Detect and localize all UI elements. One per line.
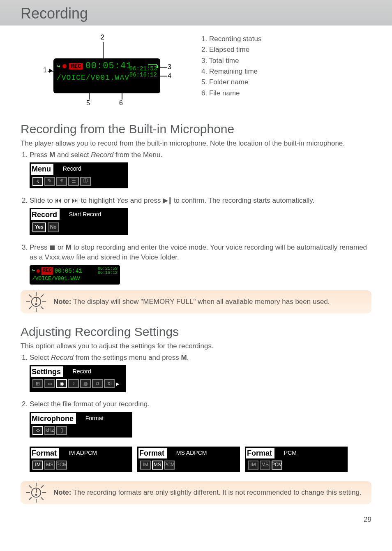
format-pcm: Format PCM IM MS PCM [245,447,348,472]
more-icon: ▸ [116,379,120,389]
elapsed-time: 00:05:41 [85,61,132,71]
menu-tab-value: Record [55,164,84,174]
microphone-tab: Microphone [31,413,76,425]
format-icon-ms: MS [44,461,55,470]
legend-item: 1. Recording status [201,34,261,44]
svg-line-19 [29,497,32,500]
no-option: No [48,222,59,232]
mic-format-icon: ◇ [32,426,43,435]
callout-4: 4 [168,72,171,80]
page-number: 29 [0,516,392,524]
menu-icon: ⓘ [80,177,91,186]
status-diagram-row: 2 1 3 4 5 6 ↪ REC 00:05:41 [21,34,371,112]
remaining-time: 06:16:12 [129,72,157,78]
total-time: 06:21:53 [129,66,157,72]
menu-icon: ☰ [68,177,79,186]
step-1: Press M and select Record from the Menu.… [30,150,371,192]
record-tab-value: Start Record [62,209,104,219]
format-tab: Format [138,448,167,459]
mic-format-icon: ▯ [56,426,67,435]
format-icon-ms: MS [260,461,270,470]
legend-item: 6. File name [201,88,261,99]
svg-line-6 [29,294,32,297]
legend-list: 1. Recording status 2. Elapsed time 3. T… [201,34,261,99]
format-icon-pcm: PCM [164,461,175,470]
next-icon: ⏭ [72,197,79,204]
play-pause-icon: ▶∥ [163,197,172,204]
svg-line-7 [41,306,44,309]
svg-point-1 [36,303,37,305]
settings-mini-lcd: Settings Record ⊞ ▭ ◉ ♀ ◍ ⧉ Ⅺ ▸ [30,365,126,392]
settings-tab-value: Record [65,366,94,376]
legend-item: 3. Total time [201,56,261,66]
svg-line-16 [29,485,32,488]
format-options-row: Format IM ADPCM IM MS PCM Format MS ADPC… [30,444,371,475]
mic-format-icon: kHz [44,426,55,435]
lcd-screen: ↪ REC 00:05:41 06:21:53 06:16:12 /VOICE/… [53,58,160,93]
format-icon-im: IM [140,461,151,470]
settings-icon: ♀ [68,379,79,388]
format-icon-pcm: PCM [56,461,67,470]
menu-icon: ♫ [32,177,43,186]
format-value: IM ADPCM [61,448,99,458]
format-value: PCM [277,448,299,458]
settings-icon: Ⅺ [104,379,115,388]
menu-tab: Menu [31,164,53,175]
format-tab: Format [31,448,59,459]
format-value: MS ADPCM [169,448,210,458]
settings-icon: ⧉ [92,379,103,388]
record-tab: Record [31,209,60,221]
settings-icon: ◍ [80,379,91,388]
yes-option: Yes [32,222,46,232]
previous-icon: ⏮ [55,197,62,204]
section-intro-2: This option allows you to adjust the set… [21,341,371,351]
legend-item: 2. Elapsed time [201,44,261,55]
step-2: Slide to ⏮ or ⏭ to highlight Yes and pre… [30,196,371,238]
format-icon-ms: MS [152,461,163,470]
note-format: Note: The recording formats are only sli… [21,481,371,504]
format-imadpcm: Format IM ADPCM IM MS PCM [30,447,132,472]
format-msadpcm: Format MS ADPCM IM MS PCM [137,447,240,472]
legend-item: 5. Folder name [201,77,261,88]
settings-icon: ▭ [44,379,55,388]
callout-2: 2 [101,34,104,41]
callout-6: 6 [119,100,123,107]
settings-tab: Settings [31,366,63,378]
menu-icon: ✎ [44,177,55,186]
svg-line-17 [41,497,44,500]
format-tab: Format [246,448,274,459]
page-title: Recording [0,0,392,25]
settings-icon: ⊞ [32,379,43,388]
svg-line-18 [41,485,44,488]
svg-line-9 [29,306,32,309]
section-heading-builtin-mic: Recording from the Built-in Microphone [21,122,371,136]
legend-item: 4. Remaining time [201,66,261,77]
section-heading-adjust-settings: Adjusting Recording Settings [21,325,371,339]
svg-line-8 [41,294,44,297]
format-icon-im: IM [32,461,43,470]
step-3: Press or M to stop recording and enter t… [30,243,371,285]
lcd-small: ↪ REC 00:05:41 06:21:5306:16:12 /VOICE/V… [30,265,120,285]
format-icon-pcm: PCM [272,461,282,470]
stop-icon [50,245,55,250]
step-2b: Select the file format of your recording… [30,399,371,475]
menu-mini-lcd: Menu Record ♫ ✎ ⚘ ☰ ⓘ [30,162,128,188]
sun-tip-icon [25,290,48,313]
callout-3: 3 [168,63,171,71]
rec-badge: REC [69,63,83,69]
section-intro: The player allows you to record from the… [21,139,371,148]
lcd-diagram: 2 1 3 4 5 6 ↪ REC 00:05:41 [21,34,177,112]
sun-tip-icon [25,481,48,504]
callout-5: 5 [86,100,90,107]
record-mini-lcd: Record Start Record Yes No [30,208,128,235]
settings-icon: ◉ [56,379,67,388]
record-dot-icon [62,64,67,68]
format-icon-im: IM [248,461,258,470]
menu-icon: ⚘ [56,177,67,186]
svg-point-11 [36,494,37,495]
microphone-mini-lcd: Microphone Format ◇ kHz ▯ [30,412,132,438]
callout-1: 1 [43,67,47,74]
note-memory-full: Note: The display will show "MEMORY FULL… [21,290,371,313]
microphone-tab-value: Format [78,413,106,423]
step-1b: Select Record from the settings menu and… [30,353,371,395]
